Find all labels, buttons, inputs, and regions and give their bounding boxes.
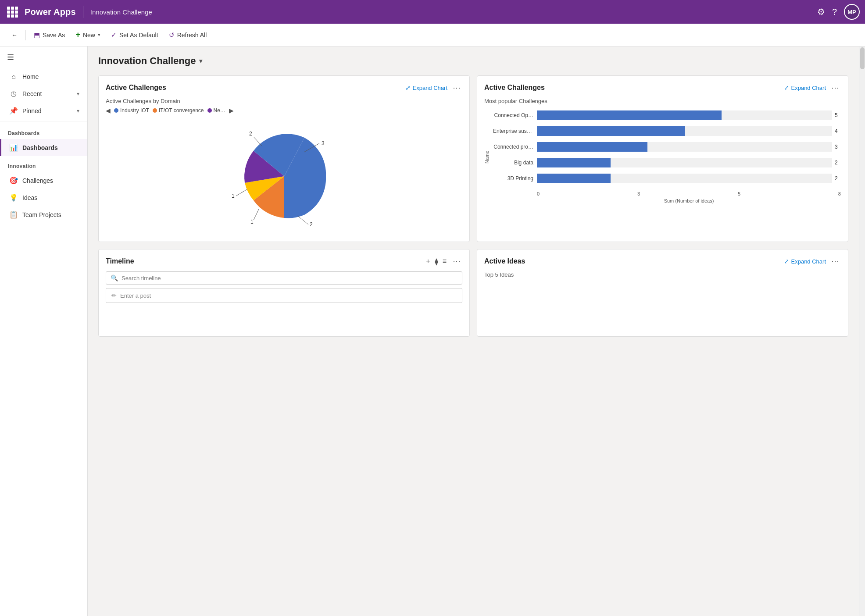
page-title: Innovation Challenge xyxy=(98,55,196,67)
bar-row-0: Connected Op… 5 xyxy=(493,110,841,120)
pie-chart-legend: ◀ Industry IOT IT/OT convergence Ne… ▶ xyxy=(106,107,462,114)
timeline-enter-post[interactable]: ✏ Enter a post xyxy=(106,288,462,303)
scrollbar-thumb[interactable] xyxy=(860,47,865,69)
sidebar-challenges-label: Challenges xyxy=(22,177,53,184)
check-icon: ✓ xyxy=(111,31,117,39)
active-challenges-bar-card: Active Challenges ⤢ Expand Chart ⋯ Most … xyxy=(477,75,848,242)
ideas-card-actions: ⤢ Expand Chart ⋯ xyxy=(784,256,841,266)
timeline-title: Timeline xyxy=(106,257,134,265)
bar-value-1: 4 xyxy=(835,128,841,134)
new-chevron-icon: ▾ xyxy=(98,32,100,38)
svg-line-2 xyxy=(236,189,247,196)
plus-icon: + xyxy=(75,30,80,39)
bar-expand-icon: ⤢ xyxy=(784,84,789,91)
sidebar-item-home[interactable]: ⌂ Home xyxy=(0,68,87,85)
sidebar-item-dashboards[interactable]: 📊 Dashboards xyxy=(0,139,87,156)
svg-line-3 xyxy=(254,209,259,220)
pie-more-button[interactable]: ⋯ xyxy=(451,83,462,93)
legend-next-icon[interactable]: ▶ xyxy=(229,107,234,114)
bar-x-axis: 0 3 5 8 xyxy=(493,189,841,196)
bar-track-4 xyxy=(537,174,832,183)
pie-label-1-bot: 1 xyxy=(250,219,254,225)
sidebar-item-recent[interactable]: ◷ Recent ▾ xyxy=(0,85,87,102)
back-icon: ← xyxy=(11,32,18,39)
ideas-expand-button[interactable]: ⤢ Expand Chart xyxy=(784,258,826,265)
legend-dot-itot xyxy=(153,108,157,113)
sidebar-item-challenges[interactable]: 🎯 Challenges xyxy=(0,172,87,189)
active-ideas-card: Active Ideas ⤢ Expand Chart ⋯ Top 5 Idea… xyxy=(477,249,848,337)
pie-card-header: Active Challenges ⤢ Expand Chart ⋯ xyxy=(106,83,462,93)
dashboard-grid: Active Challenges ⤢ Expand Chart ⋯ Activ… xyxy=(98,75,848,337)
timeline-sort-button[interactable]: ≡ xyxy=(443,257,447,265)
ideas-card-title: Active Ideas xyxy=(484,257,525,265)
innovation-section-label: Innovation xyxy=(0,156,87,172)
set-default-button[interactable]: ✓ Set As Default xyxy=(107,28,163,42)
ideas-more-button[interactable]: ⋯ xyxy=(829,256,841,266)
refresh-all-button[interactable]: ↺ Refresh All xyxy=(164,28,211,42)
back-button[interactable]: ← xyxy=(7,29,22,41)
help-icon[interactable]: ? xyxy=(832,7,837,17)
bar-expand-button[interactable]: ⤢ Expand Chart xyxy=(784,84,826,91)
sidebar-item-team-projects[interactable]: 📋 Team Projects xyxy=(0,206,87,223)
bar-card-header: Active Challenges ⤢ Expand Chart ⋯ xyxy=(484,83,841,93)
pie-label-3: 3 xyxy=(322,140,325,146)
bar-fill-3 xyxy=(537,158,611,167)
timeline-search-input[interactable] xyxy=(122,275,458,281)
legend-prev-icon[interactable]: ◀ xyxy=(106,107,111,114)
bar-fill-1 xyxy=(537,126,685,136)
timeline-search-box[interactable]: 🔍 xyxy=(106,271,462,285)
ideas-icon: 💡 xyxy=(9,193,18,202)
bar-track-0 xyxy=(537,110,832,120)
waffle-icon[interactable] xyxy=(5,5,19,19)
bar-card-title: Active Challenges xyxy=(484,84,545,92)
legend-label-itot: IT/OT convergence xyxy=(159,107,204,114)
dashboards-icon: 📊 xyxy=(9,143,18,152)
sidebar-hamburger[interactable]: ☰ xyxy=(0,46,87,68)
recent-icon: ◷ xyxy=(9,89,18,98)
pie-label-1-left: 1 xyxy=(232,193,235,199)
bar-track-1 xyxy=(537,126,832,136)
sidebar-item-ideas[interactable]: 💡 Ideas xyxy=(0,189,87,206)
bar-row-4: 3D Printing 2 xyxy=(493,174,841,183)
pie-label-2-bot: 2 xyxy=(310,221,313,228)
bar-row-1: Enterprise sust… 4 xyxy=(493,126,841,136)
pie-chart-subtitle: Active Challenges by Domain xyxy=(106,98,462,104)
legend-item-iot: Industry IOT xyxy=(114,107,149,114)
sidebar-item-pinned[interactable]: 📌 Pinned ▾ xyxy=(0,102,87,119)
pie-expand-button[interactable]: ⤢ Expand Chart xyxy=(405,84,448,91)
sidebar-home-label: Home xyxy=(22,73,39,80)
app-body: ☰ ⌂ Home ◷ Recent ▾ 📌 Pinned ▾ Dashboard… xyxy=(0,46,865,616)
main-content: Innovation Challenge ▾ Active Challenges… xyxy=(88,46,859,616)
pie-chart-svg: 3 2 1 1 2 xyxy=(227,124,341,229)
pin-icon: 📌 xyxy=(9,107,18,115)
svg-line-1 xyxy=(254,137,262,146)
svg-line-4 xyxy=(297,216,308,224)
pie-expand-label: Expand Chart xyxy=(413,85,448,91)
active-challenges-pie-card: Active Challenges ⤢ Expand Chart ⋯ Activ… xyxy=(98,75,470,242)
settings-icon[interactable]: ⚙ xyxy=(817,7,825,17)
bar-value-0: 5 xyxy=(835,112,841,118)
bar-fill-2 xyxy=(537,142,647,152)
legend-dot-iot xyxy=(114,108,118,113)
bar-value-4: 2 xyxy=(835,175,841,182)
save-as-button[interactable]: ⬒ Save As xyxy=(29,28,69,42)
timeline-card-header: Timeline + ⧫ ≡ ⋯ xyxy=(106,256,462,266)
page-title-chevron-icon[interactable]: ▾ xyxy=(199,57,202,64)
sidebar-team-projects-label: Team Projects xyxy=(22,211,61,218)
timeline-more-button[interactable]: ⋯ xyxy=(451,256,462,266)
new-button[interactable]: + New ▾ xyxy=(71,28,105,42)
timeline-add-button[interactable]: + xyxy=(426,257,430,265)
bar-more-button[interactable]: ⋯ xyxy=(829,83,841,93)
top-nav: Power Apps Innovation Challenge ⚙ ? MP xyxy=(0,0,865,24)
timeline-filter-button[interactable]: ⧫ xyxy=(435,257,438,266)
save-as-label: Save As xyxy=(43,32,65,39)
x-tick-0: 0 xyxy=(537,191,540,196)
new-label: New xyxy=(83,32,95,39)
bar-label-1: Enterprise sust… xyxy=(493,128,537,134)
pie-label-2-top: 2 xyxy=(249,131,252,137)
sidebar-dashboards-label: Dashboards xyxy=(22,144,58,151)
ideas-subtitle: Top 5 Ideas xyxy=(484,271,841,278)
scrollbar-track xyxy=(859,46,865,616)
avatar[interactable]: MP xyxy=(844,4,860,20)
toolbar: ← ⬒ Save As + New ▾ ✓ Set As Default ↺ R… xyxy=(0,24,865,46)
